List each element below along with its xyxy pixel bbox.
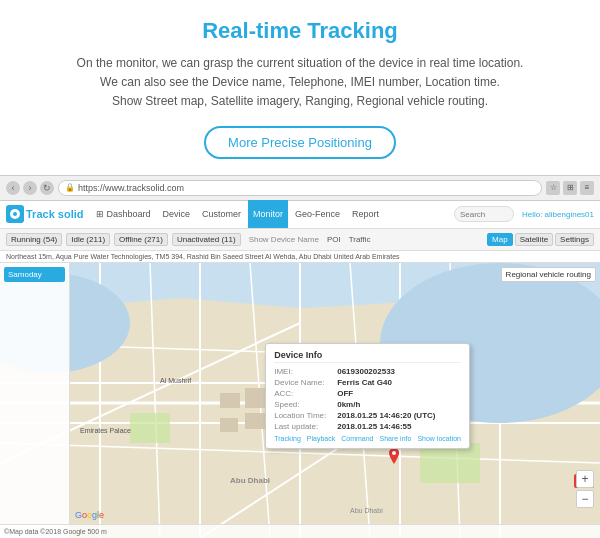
update-value: 2018.01.25 14:46:55 (337, 422, 411, 431)
nav-item-device[interactable]: Device (158, 200, 196, 228)
acc-value: OFF (337, 389, 353, 398)
nav-item-dashboard[interactable]: ⊞ Dashboard (91, 200, 155, 228)
nav-search-input[interactable] (454, 206, 514, 222)
sub-toolbar: Running (54) Idle (211) Offline (271) Un… (0, 229, 600, 251)
poi-label: POI (327, 235, 341, 244)
device-label: Device Name: (274, 378, 334, 387)
nav-item-report[interactable]: Report (347, 200, 384, 228)
user-info: Hello: alibengines01 (522, 210, 594, 219)
unactivated-btn[interactable]: Unactivated (11) (172, 233, 241, 246)
nav-item-geofence[interactable]: Geo-Fence (290, 200, 345, 228)
svg-rect-23 (420, 443, 480, 483)
refresh-button[interactable]: ↻ (40, 181, 54, 195)
positioning-button[interactable]: More Precise Positioning (204, 126, 396, 159)
map-type-overlay[interactable]: Regional vehicle routing (501, 267, 596, 282)
browser-controls: ‹ › ↻ (6, 181, 54, 195)
imei-value: 0619300202533 (337, 367, 395, 376)
svg-rect-24 (220, 393, 240, 408)
idle-btn[interactable]: Idle (211) (66, 233, 110, 246)
ext-icon-1[interactable]: ☆ (546, 181, 560, 195)
svg-rect-27 (220, 418, 238, 432)
device-value: Ferris Cat G40 (337, 378, 392, 387)
info-row-acc: ACC: OFF (274, 389, 461, 398)
speed-label: Speed: (274, 400, 334, 409)
show-device-label: Show Device Name (249, 235, 319, 244)
info-row-imei: IMEI: 0619300202533 (274, 367, 461, 376)
location-pin (388, 448, 400, 464)
ext-icon-3[interactable]: ≡ (580, 181, 594, 195)
offline-btn[interactable]: Offline (271) (114, 233, 168, 246)
imei-label: IMEI: (274, 367, 334, 376)
address-bar[interactable]: 🔒 https://www.tracksolid.com (58, 180, 542, 196)
acc-label: ACC: (274, 389, 334, 398)
page-title: Real-time Tracking (40, 18, 560, 44)
svg-rect-22 (130, 413, 170, 443)
map-bottom-bar: ©Map data ©2018 Google 500 m (0, 524, 600, 538)
side-panel: Samoday (0, 263, 70, 538)
map-btn[interactable]: Map (487, 233, 513, 246)
nav-item-monitor[interactable]: Monitor (248, 200, 288, 228)
speed-value: 0km/h (337, 400, 360, 409)
map-area: Northeast 15m, Aqua Pure Water Technolog… (0, 251, 600, 538)
running-btn[interactable]: Running (54) (6, 233, 62, 246)
info-popup-links: Tracking Playback Command Share info Sho… (274, 435, 461, 442)
zoom-controls: + − (576, 470, 594, 508)
app-navbar: Track solid ⊞ Dashboard Device Customer … (0, 201, 600, 229)
zoom-out-button[interactable]: − (576, 490, 594, 508)
svg-text:Emirates Palace: Emirates Palace (80, 427, 131, 434)
tracking-link[interactable]: Tracking (274, 435, 301, 442)
info-row-location-time: Location Time: 2018.01.25 14:46:20 (UTC) (274, 411, 461, 420)
playback-link[interactable]: Playback (307, 435, 335, 442)
browser-icons: ☆ ⊞ ≡ (546, 181, 594, 195)
lock-icon: 🔒 (65, 183, 75, 192)
nav-item-customer[interactable]: Customer (197, 200, 246, 228)
browser-chrome: ‹ › ↻ 🔒 https://www.tracksolid.com ☆ ⊞ ≡ (0, 175, 600, 201)
svg-text:Abu Dhabi: Abu Dhabi (350, 507, 383, 514)
description: On the monitor, we can grasp the current… (40, 54, 560, 112)
logo-text: Track solid (26, 208, 83, 220)
map-type-buttons: Map Satellite Settings (487, 233, 594, 246)
ext-icon-2[interactable]: ⊞ (563, 181, 577, 195)
info-row-speed: Speed: 0km/h (274, 400, 461, 409)
top-section: Real-time Tracking On the monitor, we ca… (0, 0, 600, 175)
app-logo: Track solid (6, 205, 83, 223)
device-info-popup: Device Info IMEI: 0619300202533 Device N… (265, 343, 470, 449)
location-time-value: 2018.01.25 14:46:20 (UTC) (337, 411, 435, 420)
svg-text:Abu Dhabi: Abu Dhabi (230, 476, 270, 485)
logo-icon (6, 205, 24, 223)
share-info-link[interactable]: Share info (379, 435, 411, 442)
info-row-device: Device Name: Ferris Cat G40 (274, 378, 461, 387)
satellite-btn[interactable]: Satellite (515, 233, 553, 246)
update-label: Last update: (274, 422, 334, 431)
map-breadcrumb: Northeast 15m, Aqua Pure Water Technolog… (0, 251, 600, 263)
svg-point-37 (392, 451, 396, 455)
location-time-label: Location Time: (274, 411, 334, 420)
google-logo: Google (75, 510, 104, 520)
zoom-in-button[interactable]: + (576, 470, 594, 488)
svg-point-1 (13, 212, 17, 216)
panel-item-samoday[interactable]: Samoday (4, 267, 65, 282)
show-location-link[interactable]: Show location (417, 435, 461, 442)
svg-text:Al Mushrif: Al Mushrif (160, 377, 191, 384)
traffic-label: Traffic (349, 235, 371, 244)
map-view[interactable]: Al Mushrif Al Nahyan Al Khalidiyah Emira… (0, 263, 600, 538)
map-settings-btn[interactable]: Settings (555, 233, 594, 246)
command-link[interactable]: Command (341, 435, 373, 442)
svg-rect-28 (245, 413, 267, 429)
popup-title: Device Info (274, 350, 461, 363)
forward-button[interactable]: › (23, 181, 37, 195)
info-row-update: Last update: 2018.01.25 14:46:55 (274, 422, 461, 431)
back-button[interactable]: ‹ (6, 181, 20, 195)
dashboard-icon: ⊞ (96, 209, 104, 219)
